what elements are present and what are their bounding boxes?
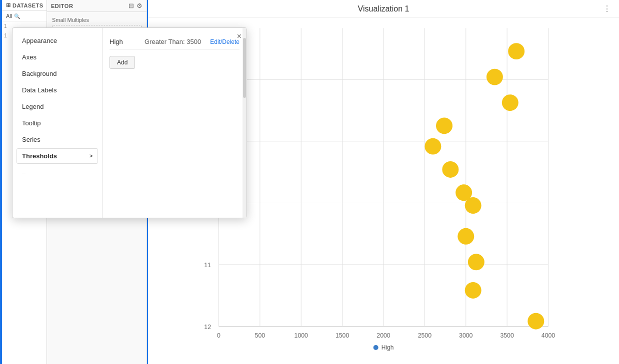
legend-label: High [382, 344, 394, 351]
nav-item-appearance-label: Appearance [22, 37, 57, 44]
chart-legend: High [374, 344, 394, 353]
dot-4 [436, 117, 452, 134]
threshold-edit-delete-link[interactable]: Edit/Delete [210, 38, 240, 45]
viz-options-icon[interactable]: ⋮ [603, 4, 611, 13]
nav-item-tooltip-label: Tooltip [22, 119, 41, 127]
svg-text:3500: 3500 [500, 332, 514, 339]
nav-item-data-labels[interactable]: Data Labels [16, 82, 98, 98]
modal-nav: Appearance Axes Background Data Labels L… [12, 28, 102, 218]
dot-10 [468, 254, 484, 270]
modal-close-button[interactable]: × [237, 32, 242, 41]
svg-text:1500: 1500 [336, 332, 350, 339]
svg-text:4000: 4000 [542, 332, 556, 339]
dot-8 [465, 197, 482, 214]
add-threshold-button[interactable]: Add [110, 56, 135, 69]
modal-scrollbar[interactable] [242, 28, 246, 218]
dot-12 [528, 313, 544, 330]
grid-icon: ⊞ [6, 2, 10, 8]
dot-11 [465, 282, 482, 299]
viz-options-container: ⋮ [460, 4, 611, 13]
threshold-row-high: High Greater Than: 3500 Edit/Delete [110, 34, 240, 50]
datasets-header: ⊞ DATASETS ⋮ [2, 0, 46, 11]
legend-dot [374, 345, 378, 350]
svg-text:2000: 2000 [376, 332, 390, 339]
nav-item-thresholds-label: Thresholds [22, 152, 57, 160]
nav-item-legend-label: Legend [22, 103, 44, 110]
editor-settings-icon[interactable]: ⚙ [136, 2, 142, 9]
svg-text:3000: 3000 [459, 332, 473, 339]
settings-modal: Appearance Axes Background Data Labels L… [12, 27, 247, 218]
modal-scrollbar-thumb [243, 38, 246, 98]
nav-item-tooltip[interactable]: Tooltip [16, 115, 98, 131]
svg-text:12: 12 [204, 324, 211, 331]
dot-9 [458, 228, 474, 245]
svg-text:0: 0 [217, 332, 220, 339]
nav-item-background-label: Background [22, 70, 56, 77]
nav-item-series-label: Series [22, 136, 40, 143]
dot-5 [424, 138, 441, 155]
small-multiples-label: Small Multiples [52, 17, 142, 23]
svg-text:2500: 2500 [418, 332, 432, 339]
threshold-name: High [110, 38, 140, 45]
editor-header: EDITOR ⊟ ⚙ [47, 0, 146, 12]
modal-content-area: × High Greater Than: 3500 Edit/Delete Ad… [102, 28, 246, 218]
dot-1 [508, 43, 524, 59]
thresholds-chevron-icon: > [90, 153, 92, 159]
nav-item-extra-label: – [22, 169, 26, 176]
nav-item-axes-label: Axes [22, 53, 36, 61]
datasets-label: DATASETS [12, 2, 44, 8]
nav-item-series[interactable]: Series [16, 132, 98, 147]
nav-item-thresholds[interactable]: Thresholds > [16, 148, 98, 164]
nav-item-data-labels-label: Data Labels [22, 86, 56, 94]
viz-title: Visualization 1 [308, 4, 459, 13]
editor-filter-icon[interactable]: ⊟ [128, 2, 134, 9]
dot-3 [502, 94, 518, 111]
datasets-search-icon[interactable]: 🔍 [14, 13, 20, 19]
dot-2 [486, 69, 503, 85]
svg-text:1000: 1000 [294, 332, 308, 339]
dot-6 [442, 161, 458, 178]
datasets-filter-row: All 🔍 [2, 11, 46, 21]
viz-header: Visualization 1 ⋮ [148, 0, 619, 18]
nav-item-appearance[interactable]: Appearance [16, 33, 98, 48]
nav-item-extra[interactable]: – [16, 165, 98, 180]
nav-item-background[interactable]: Background [16, 66, 98, 81]
nav-item-axes[interactable]: Axes [16, 49, 98, 65]
editor-label: EDITOR [51, 3, 73, 9]
svg-text:11: 11 [204, 262, 211, 269]
datasets-filter-label: All [6, 13, 12, 19]
svg-text:500: 500 [255, 332, 266, 339]
threshold-condition: Greater Than: 3500 [144, 38, 205, 45]
nav-item-legend[interactable]: Legend [16, 99, 98, 114]
